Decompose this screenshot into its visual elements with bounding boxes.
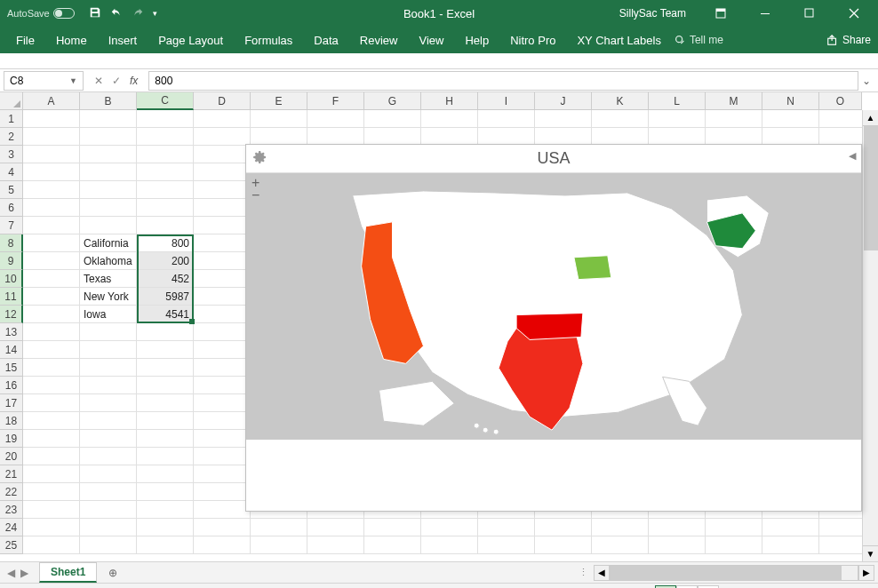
cell-D21[interactable] (194, 465, 251, 483)
map-chart-panel[interactable]: USA ◀ + − (245, 144, 862, 512)
cell-L24[interactable] (649, 519, 706, 536)
ribbon-display-options-icon[interactable] (700, 0, 741, 27)
tab-help[interactable]: Help (456, 28, 498, 52)
cell-J25[interactable] (535, 536, 592, 554)
cell-G2[interactable] (364, 128, 421, 146)
cell-A17[interactable] (23, 394, 80, 412)
cell-A1[interactable] (23, 110, 80, 128)
cell-B13[interactable] (80, 323, 137, 341)
hscroll-track[interactable] (610, 565, 858, 581)
maximize-button[interactable] (789, 0, 830, 27)
cell-C10[interactable]: 452 (137, 270, 194, 288)
cell-A14[interactable] (23, 341, 80, 359)
cell-C16[interactable] (137, 377, 194, 394)
cell-H2[interactable] (421, 128, 478, 146)
cell-N24[interactable] (762, 519, 819, 536)
autosave-toggle[interactable]: AutoSave (7, 8, 75, 19)
cell-E2[interactable] (251, 128, 307, 146)
cell-C11[interactable]: 5987 (137, 288, 194, 306)
row-header-23[interactable]: 23 (0, 501, 23, 519)
tell-me-search[interactable]: Tell me (674, 34, 723, 46)
view-normal-icon[interactable] (655, 585, 676, 589)
row-header-18[interactable]: 18 (0, 412, 23, 430)
row-header-14[interactable]: 14 (0, 341, 23, 359)
worksheet-grid[interactable]: ABCDEFGHIJKLMNO 12345678California8009Ok… (0, 92, 878, 561)
cell-B16[interactable] (80, 377, 137, 394)
cell-A22[interactable] (23, 483, 80, 501)
cell-J1[interactable] (535, 110, 592, 128)
cell-C12[interactable]: 4541 (137, 306, 194, 323)
select-all-corner[interactable] (0, 92, 23, 110)
cell-C22[interactable] (137, 483, 194, 501)
column-header-L[interactable]: L (649, 92, 706, 110)
cell-N2[interactable] (762, 128, 819, 146)
user-name[interactable]: SillySac Team (619, 7, 686, 20)
cell-D23[interactable] (194, 501, 251, 519)
scroll-right-icon[interactable]: ▶ (858, 565, 874, 581)
state-iowa[interactable] (574, 256, 611, 280)
cell-A7[interactable] (23, 217, 80, 234)
cell-C3[interactable] (137, 146, 194, 163)
cell-A13[interactable] (23, 323, 80, 341)
cell-D13[interactable] (194, 323, 251, 341)
row-header-12[interactable]: 12 (0, 306, 23, 323)
cell-C14[interactable] (137, 341, 194, 359)
row-header-10[interactable]: 10 (0, 270, 23, 288)
cell-C23[interactable] (137, 501, 194, 519)
sheet-prev-icon[interactable]: ◀ (7, 567, 15, 579)
cell-A18[interactable] (23, 412, 80, 430)
cell-C2[interactable] (137, 128, 194, 146)
column-header-D[interactable]: D (194, 92, 251, 110)
tab-xy-chart-labels[interactable]: XY Chart Labels (568, 28, 669, 52)
cell-F24[interactable] (307, 519, 364, 536)
cell-C8[interactable]: 800 (137, 234, 194, 252)
cell-C20[interactable] (137, 448, 194, 465)
formula-input[interactable]: 800 (148, 71, 858, 91)
gear-icon[interactable] (253, 150, 267, 168)
cell-D4[interactable] (194, 163, 251, 181)
cell-B21[interactable] (80, 465, 137, 483)
hscroll-thumb[interactable] (611, 566, 842, 580)
cell-L1[interactable] (649, 110, 706, 128)
column-header-C[interactable]: C (137, 92, 194, 110)
row-header-20[interactable]: 20 (0, 448, 23, 465)
row-header-15[interactable]: 15 (0, 359, 23, 377)
row-header-7[interactable]: 7 (0, 217, 23, 234)
cell-D2[interactable] (194, 128, 251, 146)
cell-I24[interactable] (478, 519, 535, 536)
cell-A15[interactable] (23, 359, 80, 377)
cell-D14[interactable] (194, 341, 251, 359)
cell-D20[interactable] (194, 448, 251, 465)
cell-D1[interactable] (194, 110, 251, 128)
cell-E25[interactable] (251, 536, 307, 554)
column-header-J[interactable]: J (535, 92, 592, 110)
cell-B15[interactable] (80, 359, 137, 377)
share-button[interactable]: Share (826, 34, 871, 46)
cell-C4[interactable] (137, 163, 194, 181)
scroll-down-icon[interactable]: ▼ (863, 545, 878, 561)
cell-B10[interactable]: Texas (80, 270, 137, 288)
cell-D3[interactable] (194, 146, 251, 163)
cell-B2[interactable] (80, 128, 137, 146)
cell-J2[interactable] (535, 128, 592, 146)
chevron-down-icon[interactable]: ▼ (69, 76, 77, 85)
cell-D22[interactable] (194, 483, 251, 501)
cell-E24[interactable] (251, 519, 307, 536)
cell-N25[interactable] (762, 536, 819, 554)
column-header-H[interactable]: H (421, 92, 478, 110)
column-header-G[interactable]: G (364, 92, 421, 110)
row-header-9[interactable]: 9 (0, 252, 23, 270)
cell-H1[interactable] (421, 110, 478, 128)
cell-D8[interactable] (194, 234, 251, 252)
cell-B17[interactable] (80, 394, 137, 412)
cell-B24[interactable] (80, 519, 137, 536)
cell-F2[interactable] (307, 128, 364, 146)
cell-G25[interactable] (364, 536, 421, 554)
view-page-layout-icon[interactable] (676, 585, 698, 589)
row-header-4[interactable]: 4 (0, 163, 23, 181)
cell-A20[interactable] (23, 448, 80, 465)
cell-D5[interactable] (194, 181, 251, 199)
cell-D18[interactable] (194, 412, 251, 430)
expand-formula-bar-icon[interactable]: ⌄ (858, 75, 874, 87)
cell-B11[interactable]: New York (80, 288, 137, 306)
